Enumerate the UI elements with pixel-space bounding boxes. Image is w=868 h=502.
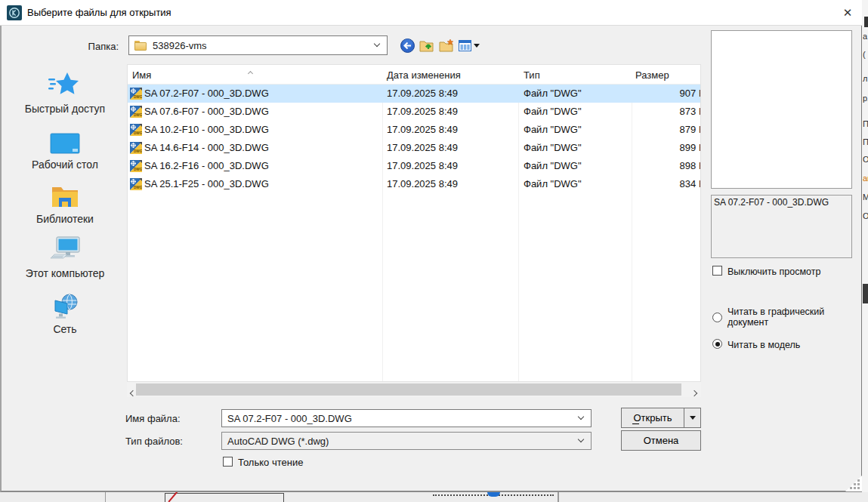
svg-text:DWG: DWG	[134, 168, 142, 171]
back-arrow-icon[interactable]	[400, 38, 415, 53]
svg-text:DWG: DWG	[134, 95, 142, 99]
sidebar-item-this-pc[interactable]: Этот компьютер	[9, 234, 121, 279]
open-dropdown-icon[interactable]	[684, 408, 701, 427]
preview-pane	[711, 30, 852, 189]
filename-input[interactable]: SA 07.2-F07 - 000_3D.DWG	[221, 409, 592, 427]
sidebar-item-desktop[interactable]: Рабочий стол	[9, 125, 121, 171]
file-name: SA 16.2-F16 - 000_3D.DWG	[144, 160, 269, 171]
read-graphic-radio[interactable]	[712, 313, 722, 322]
file-rows: DWG SA 07.2-F07 - 000_3D.DWG 17.09.2025 …	[128, 85, 700, 193]
network-icon	[9, 290, 121, 320]
open-split-button[interactable]: Открыть	[621, 408, 701, 428]
horizontal-scrollbar[interactable]	[127, 382, 701, 397]
up-one-level-icon[interactable]	[419, 38, 434, 53]
disable-preview-checkbox[interactable]	[712, 266, 722, 276]
file-name: SA 14.6-F14 - 000_3D.DWG	[144, 142, 269, 153]
file-row[interactable]: DWG SA 07.6-F07 - 000_3D.DWG 17.09.2025 …	[128, 103, 701, 121]
filetype-value: AutoCAD DWG (*.dwg)	[227, 436, 329, 447]
file-date: 17.09.2025 8:49	[387, 160, 458, 171]
svg-text:DWG: DWG	[134, 186, 142, 189]
bg-text-fragment: М	[863, 192, 868, 202]
read-graphic-label: Читать в графический документ	[727, 306, 833, 328]
scroll-left-icon[interactable]	[131, 387, 135, 398]
filetype-dropdown[interactable]: AutoCAD DWG (*.dwg)	[221, 432, 592, 450]
new-folder-icon[interactable]	[439, 38, 454, 53]
dwg-file-icon: DWG	[130, 88, 142, 100]
file-row[interactable]: DWG SA 14.6-F14 - 000_3D.DWG 17.09.2025 …	[128, 139, 701, 157]
screen: а ( л р. П П О ан М О Выберите файлы для…	[0, 0, 868, 502]
file-size: 879 КБ	[596, 124, 701, 135]
libraries-folder-icon	[9, 180, 121, 210]
file-size: 873 КБ	[596, 106, 701, 117]
scrollbar-thumb[interactable]	[136, 383, 681, 396]
file-list-header: Имя Дата изменения Тип Размер	[128, 65, 700, 85]
sidebar-item-label: Библиотеки	[9, 213, 121, 225]
chevron-down-icon	[578, 414, 584, 420]
bg-text-fragment: р.	[863, 94, 868, 103]
svg-text:DWG: DWG	[134, 131, 142, 135]
folder-dropdown-value: 538926-vms	[153, 40, 207, 51]
read-model-label: Читать в модель	[727, 340, 800, 350]
filetype-label: Тип файлов:	[125, 436, 183, 447]
file-row[interactable]: DWG SA 25.1-F25 - 000_3D.DWG 17.09.2025 …	[128, 175, 701, 193]
column-header-size[interactable]: Размер	[635, 69, 669, 81]
sidebar-item-label: Рабочий стол	[9, 159, 121, 171]
open-button[interactable]: Открыть	[622, 408, 684, 427]
bg-blue-glyph	[487, 492, 500, 497]
file-row[interactable]: DWG SA 10.2-F10 - 000_3D.DWG 17.09.2025 …	[128, 121, 701, 139]
bg-text-fragment: л	[863, 74, 867, 83]
file-size: 907 КБ	[596, 88, 701, 99]
folder-label: Папка:	[45, 41, 119, 52]
bg-line	[105, 492, 106, 502]
background-app-right-strip: а ( л р. П П О ан М О	[862, 0, 868, 492]
svg-text:DWG: DWG	[134, 113, 142, 117]
bg-rectangle	[165, 493, 284, 502]
file-type: Файл "DWG"	[524, 142, 582, 153]
close-icon[interactable]: ✕	[837, 3, 858, 23]
cancel-button[interactable]: Отмена	[621, 430, 701, 451]
selected-file-box: SA 07.2-F07 - 000_3D.DWG	[711, 195, 852, 258]
bg-text-fragment: ан	[863, 174, 868, 183]
file-row[interactable]: DWG SA 16.2-F16 - 000_3D.DWG 17.09.2025 …	[128, 157, 701, 175]
file-date: 17.09.2025 8:49	[387, 178, 458, 189]
bg-text-fragment: П	[863, 137, 868, 146]
folder-dropdown[interactable]: 538926-vms	[128, 35, 388, 55]
scroll-right-icon[interactable]	[692, 387, 697, 398]
this-pc-icon	[9, 234, 121, 264]
column-header-date[interactable]: Дата изменения	[387, 69, 461, 81]
bg-text-fragment: О	[863, 211, 868, 220]
bg-text-fragment: (	[863, 50, 866, 59]
dialog-toolbar	[400, 35, 483, 56]
filename-label: Имя файла:	[125, 413, 181, 424]
chevron-down-icon	[374, 41, 380, 47]
sidebar-item-libraries[interactable]: Библиотеки	[9, 180, 121, 225]
sidebar-item-label: Этот компьютер	[9, 267, 121, 279]
desktop-icon	[9, 125, 121, 156]
view-menu-icon	[459, 40, 471, 51]
background-dark-element	[863, 284, 868, 303]
file-type: Файл "DWG"	[524, 160, 582, 171]
bg-text-fragment: О	[863, 155, 868, 164]
dwg-file-icon: DWG	[130, 142, 142, 154]
column-header-type[interactable]: Тип	[524, 69, 540, 81]
kompas-app-icon	[7, 5, 22, 20]
sidebar-item-label: Быстрый доступ	[9, 103, 121, 115]
file-date: 17.09.2025 8:49	[387, 142, 458, 153]
file-type: Файл "DWG"	[524, 124, 582, 135]
file-type: Файл "DWG"	[524, 106, 582, 117]
sidebar-item-quick-access[interactable]: Быстрый доступ	[9, 69, 121, 115]
column-header-name[interactable]: Имя	[132, 69, 151, 81]
view-menu-split[interactable]	[459, 40, 480, 51]
chevron-down-icon	[578, 436, 584, 442]
file-date: 17.09.2025 8:49	[387, 88, 458, 99]
dwg-file-icon: DWG	[130, 178, 142, 190]
dwg-file-icon: DWG	[130, 124, 142, 136]
file-size: 899 КБ	[596, 142, 701, 153]
sort-ascending-icon	[249, 66, 252, 78]
file-date: 17.09.2025 8:49	[387, 124, 458, 135]
quick-access-star-icon	[9, 69, 121, 100]
readonly-checkbox[interactable]	[223, 457, 233, 467]
read-model-radio[interactable]	[712, 339, 722, 349]
file-row[interactable]: DWG SA 07.2-F07 - 000_3D.DWG 17.09.2025 …	[128, 85, 701, 103]
sidebar-item-network[interactable]: Сеть	[9, 290, 121, 335]
